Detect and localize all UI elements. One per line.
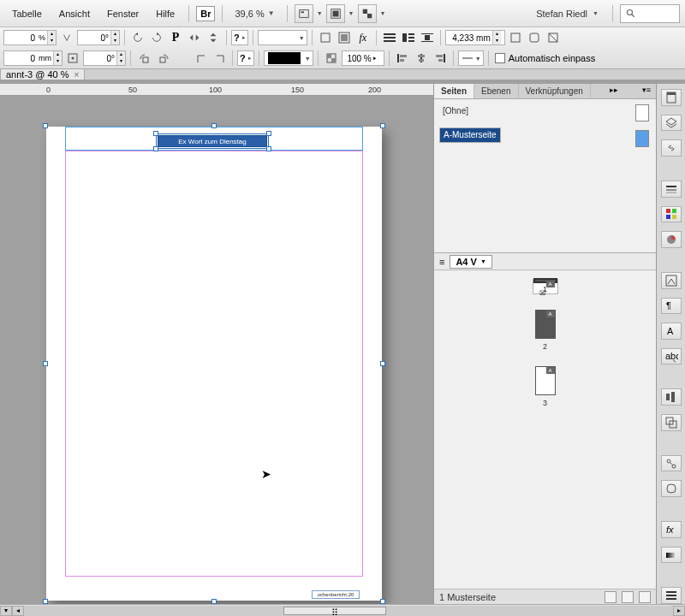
masters-list[interactable]: [Ohne] A-Musterseite [434, 99, 656, 253]
chevron-down-icon[interactable]: ▼ [380, 10, 386, 16]
selection-handle[interactable] [380, 361, 385, 366]
opacity-icon[interactable] [323, 50, 340, 67]
menu-window[interactable]: Fenster [100, 5, 146, 22]
links-dock-icon[interactable] [661, 139, 682, 157]
chevron-down-icon[interactable]: ▼ [317, 10, 323, 16]
align-dock-icon[interactable] [661, 388, 682, 406]
scroll-right-icon[interactable]: ▸ [673, 606, 685, 616]
chevron-down-icon[interactable]: ▼ [348, 10, 354, 16]
effects-dock-icon[interactable]: fx [661, 521, 682, 538]
glyphs-dock-icon[interactable]: abc [661, 348, 682, 365]
wrap-shape-icon[interactable] [419, 29, 436, 46]
rotate-90ccw-icon[interactable] [135, 50, 152, 67]
gradient-dock-icon[interactable] [661, 547, 682, 564]
master-a[interactable]: A-Musterseite [439, 127, 501, 143]
paragraph-styles-dock-icon[interactable]: ¶ [661, 298, 682, 315]
constrain-icon[interactable] [58, 29, 75, 46]
scale-field[interactable]: ▸ [342, 50, 384, 66]
align-center-icon[interactable] [413, 50, 430, 67]
corner-opt2-icon[interactable] [526, 29, 543, 46]
scroll-start-icon[interactable]: ▾ [0, 606, 12, 616]
swatches-dock-icon[interactable] [661, 206, 682, 223]
layers-dock-icon[interactable] [661, 115, 682, 132]
wrap-none-icon[interactable] [381, 29, 398, 46]
height-field[interactable]: ▴▾ [83, 50, 126, 66]
help-indicator-2[interactable]: ?▸ [237, 50, 254, 66]
character-styles-dock-icon[interactable]: A [661, 323, 682, 340]
panel-menu-icon[interactable]: ▾≡ [637, 84, 656, 98]
paragraph-icon[interactable]: P [167, 29, 184, 46]
width-field[interactable]: ▴▾ [77, 30, 120, 45]
y-field[interactable]: mm▴▾ [3, 50, 63, 66]
tab-layers[interactable]: Ebenen [474, 84, 518, 98]
rotate-ccw-icon[interactable] [129, 29, 146, 46]
corner-opt1-icon[interactable] [507, 29, 524, 46]
align-right-icon[interactable] [432, 50, 449, 67]
select-next-icon[interactable] [211, 50, 228, 67]
canvas[interactable]: 0 50 100 150 200 Ex Wort zum Dienstag oc… [0, 84, 433, 604]
autofit-checkbox[interactable]: Automatisch einpass [493, 50, 598, 66]
master-none[interactable]: [Ohne] [439, 104, 651, 117]
page-thumb-3[interactable]: A 3 [535, 366, 556, 407]
tab-links[interactable]: Verknüpfungen [519, 84, 591, 98]
color-dock-icon[interactable] [661, 231, 682, 248]
align-left-icon[interactable] [394, 50, 411, 67]
master-a-swatch[interactable] [635, 130, 649, 147]
menu-view[interactable]: Ansicht [52, 5, 97, 22]
selection-handle[interactable] [380, 123, 385, 128]
stroke-style-select[interactable]: ▼ [258, 30, 307, 45]
page-thumb-1[interactable]: A☒ 1 [533, 279, 558, 294]
selection-handle[interactable] [43, 361, 48, 366]
fit-frame-icon[interactable] [336, 29, 353, 46]
new-page-icon[interactable] [622, 591, 634, 603]
menu-table[interactable]: Tabelle [5, 5, 49, 22]
horizontal-scrollbar[interactable]: ▾ ◂ ⠿ ▸ [0, 604, 685, 616]
master-none-swatch[interactable] [635, 104, 649, 121]
user-menu[interactable]: Stefan Riedl ▼ [529, 5, 605, 22]
wrap-bounding-icon[interactable] [400, 29, 417, 46]
stroke-dock-icon[interactable] [661, 181, 682, 198]
edit-page-icon[interactable] [605, 591, 616, 603]
zoom-level[interactable]: 39,6 % ▼ [229, 7, 279, 21]
text-wrap-dock-icon[interactable] [661, 587, 682, 604]
tab-pages[interactable]: Seiten [434, 84, 474, 98]
document-tab[interactable]: annt-3 @ 40 % × [0, 68, 85, 80]
page-size-select[interactable]: A4 V ▼ [450, 255, 491, 269]
menu-help[interactable]: Hilfe [149, 5, 182, 22]
help-indicator[interactable]: ?▸ [231, 30, 248, 45]
rotate-cw-icon[interactable] [148, 29, 165, 46]
panel-collapse-icon[interactable]: ▸▸ [605, 84, 623, 98]
corner-opt3-icon[interactable] [545, 29, 562, 46]
page-thumbnails[interactable]: A☒ 1 A 2 A 3 [434, 270, 656, 589]
rotate-90cw-icon[interactable] [154, 50, 171, 67]
page-size-menu-icon[interactable]: ≡ [439, 257, 444, 267]
x-field[interactable]: %▴▾ [3, 30, 57, 45]
stroke-select[interactable]: ▼ [264, 50, 313, 66]
pathfinder-dock-icon[interactable] [661, 414, 682, 431]
object-styles-dock-icon[interactable] [661, 272, 682, 289]
arrange-icon[interactable] [358, 4, 377, 23]
search-input[interactable] [620, 4, 680, 23]
view-options-icon[interactable] [295, 4, 313, 23]
preflight-dock-icon[interactable] [661, 480, 682, 497]
scripts-dock-icon[interactable] [661, 455, 682, 472]
ref-point-icon[interactable] [64, 50, 81, 67]
flip-v-icon[interactable] [205, 29, 222, 46]
fit-content-icon[interactable] [317, 29, 334, 46]
stroke-weight-field[interactable]: ▴▾ [445, 30, 505, 45]
text-frame-footer[interactable]: ochenbericht:20 [312, 590, 360, 599]
pages-dock-icon[interactable] [661, 89, 682, 106]
scroll-track[interactable]: ⠿ [24, 606, 673, 616]
close-icon[interactable]: × [74, 70, 80, 80]
fx-icon[interactable]: fx [354, 29, 372, 46]
end-start-select[interactable]: ▼ [458, 50, 484, 66]
flip-h-icon[interactable] [186, 29, 203, 46]
screen-mode-icon[interactable] [326, 4, 345, 23]
selection-handle[interactable] [43, 123, 48, 128]
trash-icon[interactable] [639, 591, 651, 603]
page-thumb-2[interactable]: A 2 [535, 310, 556, 351]
selection-handle[interactable] [211, 123, 217, 128]
select-prev-icon[interactable] [192, 50, 209, 67]
scroll-thumb[interactable]: ⠿ [283, 607, 386, 615]
scroll-left-icon[interactable]: ◂ [12, 606, 24, 616]
